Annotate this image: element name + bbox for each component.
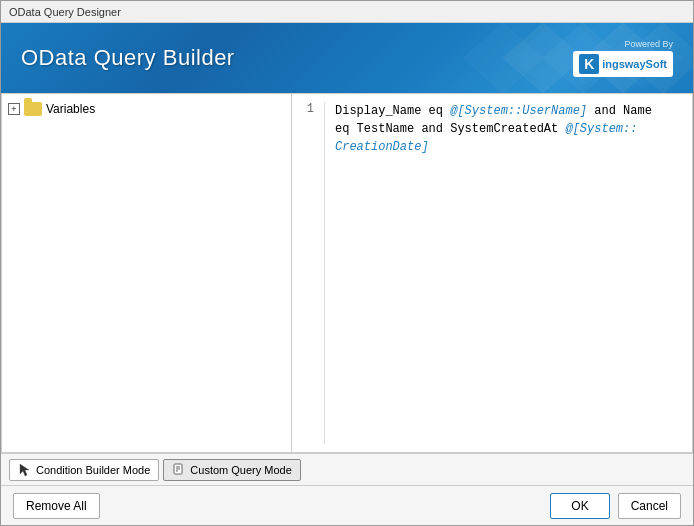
cancel-button[interactable]: Cancel: [618, 493, 681, 519]
cursor-icon: [18, 463, 32, 477]
logo-k-icon: K: [579, 54, 599, 74]
title-bar: OData Query Designer: [1, 1, 693, 23]
ok-button[interactable]: OK: [550, 493, 609, 519]
main-content: + Variables 1 Display_Name eq @[System::…: [1, 93, 693, 453]
line-number-1: 1: [300, 102, 314, 116]
code-text-1: Display_Name eq: [335, 104, 450, 118]
bottom-bar: Condition Builder Mode Custom Query Mode: [1, 453, 693, 485]
logo-name: ingswaySoft: [602, 58, 667, 70]
svg-marker-8: [20, 464, 29, 476]
line-numbers: 1: [300, 102, 325, 444]
edit-icon: [172, 463, 186, 477]
powered-by-label: Powered By: [624, 39, 673, 49]
condition-mode-label: Condition Builder Mode: [36, 464, 150, 476]
header-logo: Powered By K ingswaySoft: [573, 39, 673, 77]
code-editor[interactable]: 1 Display_Name eq @[System::UserName] an…: [292, 94, 692, 452]
code-var-1: @[System::UserName]: [450, 104, 587, 118]
footer-action-buttons: OK Cancel: [550, 493, 681, 519]
header: OData Query Builder Powered By K ingsway…: [1, 23, 693, 93]
remove-all-button[interactable]: Remove All: [13, 493, 100, 519]
custom-mode-label: Custom Query Mode: [190, 464, 291, 476]
tree-expand-icon[interactable]: +: [8, 103, 20, 115]
folder-icon: [24, 102, 42, 116]
window-title: OData Query Designer: [9, 6, 121, 18]
code-content[interactable]: Display_Name eq @[System::UserName] and …: [335, 102, 684, 444]
logo-box: K ingswaySoft: [573, 51, 673, 77]
left-panel: + Variables: [2, 94, 292, 452]
tree-root-item[interactable]: + Variables: [8, 100, 285, 118]
condition-builder-mode-button[interactable]: Condition Builder Mode: [9, 459, 159, 481]
footer: Remove All OK Cancel: [1, 485, 693, 525]
header-title: OData Query Builder: [21, 45, 235, 71]
custom-query-mode-button[interactable]: Custom Query Mode: [163, 459, 300, 481]
tree-root-label: Variables: [46, 102, 95, 116]
main-window: OData Query Designer OData Query Builder…: [0, 0, 694, 526]
